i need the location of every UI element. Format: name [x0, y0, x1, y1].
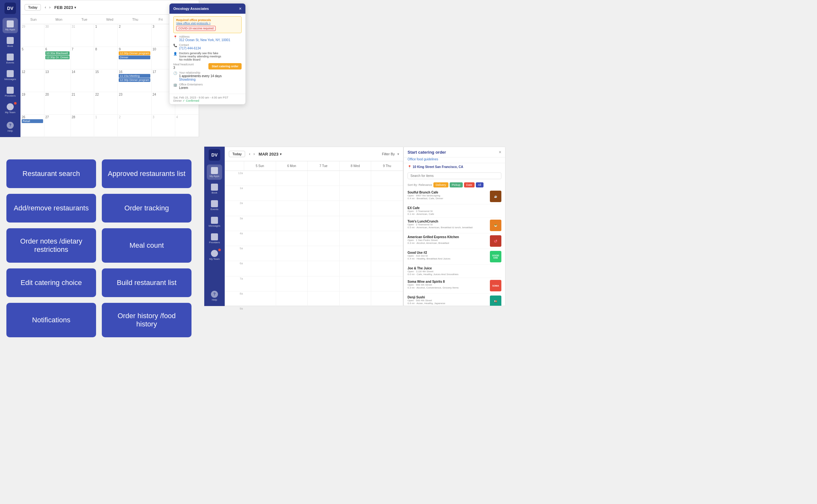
- cal-cell-feb15[interactable]: 15: [94, 69, 118, 92]
- bottom-sidebar-my-team[interactable]: My Team: [207, 247, 222, 263]
- address-value[interactable]: 312 Ocean St, New York, NY, 10001: [179, 38, 242, 42]
- cal-cell-feb14[interactable]: 14: [71, 69, 94, 92]
- bottom-sidebar-events[interactable]: Events: [207, 198, 222, 213]
- add-remove-restaurants-button[interactable]: Add/remove restaurants: [6, 194, 96, 223]
- bottom-today-button[interactable]: Today: [229, 151, 245, 157]
- showtiming-link[interactable]: Showtiming: [179, 78, 242, 81]
- cal-cell-feb27[interactable]: 27: [44, 115, 71, 137]
- edit-catering-button[interactable]: Edit catering choice: [6, 268, 96, 297]
- cal-cell-feb26[interactable]: 26 Retail: [21, 115, 44, 137]
- mon-col[interactable]: [276, 171, 308, 321]
- sidebar-item-help[interactable]: ? Help: [3, 119, 18, 135]
- order-history-button[interactable]: Order history /food history: [102, 303, 191, 337]
- cal-cell-mar1[interactable]: 1: [94, 115, 118, 137]
- cp-date-filter[interactable]: Date: [464, 182, 475, 187]
- cp-pickup-filter[interactable]: Pickup: [450, 182, 463, 187]
- sidebar-item-my-team[interactable]: My Team: [3, 101, 18, 116]
- contact-value[interactable]: (717) 444-6134: [179, 47, 242, 50]
- bottom-sidebar-messages[interactable]: Messages: [207, 214, 222, 230]
- notifications-button[interactable]: Notifications: [6, 303, 96, 337]
- cal-cell-feb28[interactable]: 28: [71, 115, 94, 137]
- tue-row-8: [308, 276, 339, 291]
- prev-month-button[interactable]: ‹: [43, 4, 47, 10]
- cal-cell-feb5[interactable]: 5: [21, 47, 44, 69]
- order-tracking-button[interactable]: Order tracking: [102, 194, 191, 223]
- cp-all-filter[interactable]: All: [476, 182, 483, 187]
- restaurant-item-toms[interactable]: Tom's LunchCrunch Open · 2 Townsend St 0…: [408, 218, 501, 233]
- restaurant-item-gooduse[interactable]: Good Use #2 Open · 410 3rd St 0.4 mi · H…: [408, 249, 501, 265]
- cp-subtitle[interactable]: Office food guidelines: [404, 157, 505, 163]
- wed-col[interactable]: [340, 171, 372, 321]
- month-dropdown-icon[interactable]: ▾: [74, 6, 76, 9]
- cal-cell-feb1[interactable]: 1: [94, 24, 118, 47]
- event-dinner-program-2[interactable]: 12:30p Dinner program: [119, 78, 150, 82]
- sidebar-item-providers[interactable]: Providers: [3, 84, 18, 99]
- cp-delivery-filter[interactable]: Delivery: [433, 182, 448, 187]
- bottom-sidebar-book[interactable]: Book: [207, 181, 222, 196]
- restaurant-item-denji[interactable]: Denji Sushi Open · 500 4th Street 0.6 mi…: [408, 294, 501, 306]
- event-meeting[interactable]: 11:15a Meeting: [119, 74, 150, 78]
- cp-header: Start catering order ×: [404, 147, 505, 157]
- bottom-month-dropdown[interactable]: ▾: [280, 152, 282, 156]
- bottom-next-button[interactable]: ›: [252, 151, 256, 157]
- cal-cell-feb23[interactable]: 23: [118, 92, 151, 115]
- sun-col[interactable]: [244, 171, 276, 321]
- cal-cell-mar4[interactable]: 4: [175, 115, 199, 137]
- cal-cell-jan29[interactable]: 29: [21, 24, 44, 47]
- alert-link[interactable]: View office visit protocols >: [176, 22, 239, 25]
- sun-row-9: [244, 291, 276, 306]
- sidebar-item-my-apps[interactable]: My Apps: [3, 18, 18, 33]
- thu-col[interactable]: [371, 171, 403, 321]
- bottom-sidebar-help[interactable]: ? Help: [207, 288, 222, 303]
- meal-count-button[interactable]: Meal count: [102, 228, 191, 263]
- cal-cell-feb22[interactable]: 22: [94, 92, 118, 115]
- event-retail[interactable]: Retail: [22, 119, 43, 123]
- order-notes-button[interactable]: Order notes /dietary restrictions: [6, 228, 96, 263]
- sidebar-item-book[interactable]: Book: [3, 34, 18, 50]
- relationship-value: 1 appointments every 14 days: [179, 74, 242, 78]
- cal-cell-mar2[interactable]: 2: [118, 115, 151, 137]
- next-month-button[interactable]: ›: [48, 4, 52, 10]
- tue-col[interactable]: [308, 171, 340, 321]
- restaurant-item-american[interactable]: American Grilled Express Kitchen Open · …: [408, 233, 501, 249]
- restaurant-item-soma[interactable]: Soma Wine and Spirits 8 Open · 900 4th S…: [408, 278, 501, 294]
- cp-close-button[interactable]: ×: [499, 150, 501, 155]
- cal-cell-feb6[interactable]: 6 10:30a Blackwell 12:30p Dr. Drews: [44, 47, 71, 69]
- cal-cell-feb8[interactable]: 8: [94, 47, 118, 69]
- start-catering-button[interactable]: Start catering order: [209, 63, 242, 69]
- event-dr-drews[interactable]: 12:30p Dr. Drews: [45, 55, 70, 59]
- cal-cell-jan30[interactable]: 30: [44, 24, 71, 47]
- cal-cell-jan31[interactable]: 31: [71, 24, 94, 47]
- event-dinner-1[interactable]: Dinner: [119, 55, 150, 59]
- cal-cell-mar3[interactable]: 3: [151, 115, 175, 137]
- build-restaurant-list-button[interactable]: Build restaurant list: [102, 268, 191, 297]
- cal-cell-feb19[interactable]: 19: [21, 92, 44, 115]
- approved-restaurants-button[interactable]: Approved restaurants list: [102, 159, 191, 188]
- event-dinner-program-1[interactable]: 12:30p Dinner program: [119, 51, 150, 55]
- rest-name-soma: Soma Wine and Spirits 8: [408, 280, 487, 283]
- cal-cell-feb21[interactable]: 21: [71, 92, 94, 115]
- restaurant-item-joe[interactable]: Joe & The Juice Open · 1118 4th Street 0…: [408, 265, 501, 278]
- cal-cell-feb13[interactable]: 13: [44, 69, 71, 92]
- sun-row-7: [244, 261, 276, 276]
- bottom-sidebar-providers[interactable]: Providers: [207, 231, 222, 246]
- bottom-prev-button[interactable]: ‹: [248, 151, 252, 157]
- restaurant-search-button[interactable]: Restaurant search: [6, 159, 96, 188]
- bottom-sidebar-my-apps[interactable]: My Apps: [207, 164, 222, 180]
- cal-cell-feb16[interactable]: 16 11:15a Meeting 12:30p Dinner program: [118, 69, 151, 92]
- cal-cell-feb12[interactable]: 12: [21, 69, 44, 92]
- cal-cell-feb7[interactable]: 7: [71, 47, 94, 69]
- cal-cell-feb20[interactable]: 20: [44, 92, 71, 115]
- event-blackwell[interactable]: 10:30a Blackwell: [45, 51, 70, 55]
- restaurant-item-soulful[interactable]: Soulful Brunch Cafe Open · 9907 the land…: [408, 189, 501, 204]
- restaurant-item-excafe[interactable]: EX Cafe Open · 3 Townsend St 0.1 mi · Am…: [408, 204, 501, 218]
- sidebar-item-events[interactable]: Events: [3, 51, 18, 66]
- modal-close-button[interactable]: ×: [239, 6, 242, 11]
- cp-search-input[interactable]: [408, 172, 501, 179]
- today-button[interactable]: Today: [25, 4, 41, 11]
- bottom-filter-button[interactable]: Filter By: [382, 152, 395, 156]
- cal-cell-feb2[interactable]: 2: [118, 24, 151, 47]
- cal-cell-feb9[interactable]: 9 12:30p Dinner program Dinner: [118, 47, 151, 69]
- appointment-modal: Oncology Associates × Required office pr…: [169, 3, 246, 105]
- sidebar-item-messages[interactable]: Messages: [3, 68, 18, 83]
